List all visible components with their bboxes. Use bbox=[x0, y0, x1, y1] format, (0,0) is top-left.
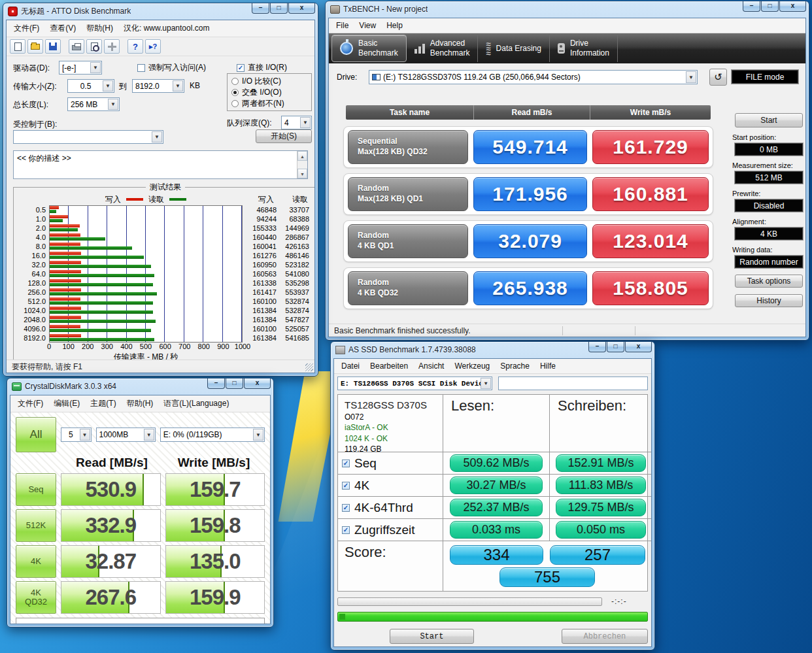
toolbar-help-button[interactable]: ? bbox=[127, 39, 143, 54]
start-button[interactable]: Start bbox=[390, 629, 474, 644]
start-button[interactable]: Start bbox=[735, 113, 803, 127]
force-write-checkbox[interactable]: 强制写入访问(A) bbox=[137, 62, 206, 73]
toolbar-pan-button[interactable] bbox=[104, 39, 120, 54]
checkbox-checked-icon[interactable]: ✓ bbox=[342, 526, 350, 534]
menu-item[interactable]: 文件(F) bbox=[13, 397, 48, 410]
refresh-button[interactable]: ↺ bbox=[709, 69, 727, 86]
checkbox-checked-icon[interactable]: ✓ bbox=[237, 64, 245, 72]
score-read-button[interactable]: 334 bbox=[450, 545, 543, 565]
task-name-button[interactable]: RandomMax(128 KB) QD1 bbox=[348, 177, 468, 211]
chevron-down-icon[interactable]: ▼ bbox=[481, 378, 491, 389]
resize-grip[interactable] bbox=[305, 363, 313, 371]
chevron-down-icon[interactable]: ▼ bbox=[103, 80, 113, 92]
maximize-button[interactable]: □ bbox=[270, 3, 288, 14]
io-mode-radio[interactable]: I/O 比较(C) bbox=[231, 76, 307, 87]
txbench-titlebar[interactable]: TxBENCH - New project –□x bbox=[326, 1, 809, 17]
toolbar-save-button[interactable] bbox=[45, 39, 61, 54]
transfer-to-combobox[interactable]: 8192.0▼ bbox=[132, 79, 184, 93]
cdm-titlebar[interactable]: CrystalDiskMark 3.0.3 x64 –□x bbox=[7, 378, 273, 394]
total-length-combobox[interactable]: 256 MB▼ bbox=[67, 97, 120, 111]
minimize-button[interactable]: – bbox=[252, 3, 269, 14]
chevron-down-icon[interactable]: ▼ bbox=[300, 117, 311, 128]
score-total-button[interactable]: 755 bbox=[499, 567, 595, 587]
io-mode-radio[interactable]: 交叠 I/O(O) bbox=[231, 87, 307, 98]
test-button-4k[interactable]: 4K bbox=[16, 545, 56, 578]
read-value-button[interactable]: 509.62 MB/s bbox=[450, 454, 543, 472]
toolbar-open-file-button[interactable] bbox=[27, 39, 43, 54]
menu-item[interactable]: Ansicht bbox=[414, 360, 448, 372]
start-button[interactable]: 开始(S) bbox=[256, 129, 312, 143]
checkbox-icon[interactable] bbox=[137, 64, 145, 72]
write-value-button[interactable]: 0.050 ms bbox=[556, 521, 645, 539]
file-mode-button[interactable]: FILE mode bbox=[732, 70, 798, 84]
maximize-button[interactable]: □ bbox=[226, 378, 243, 389]
controlled-by-combobox[interactable]: ▼ bbox=[13, 130, 163, 144]
empty-field[interactable] bbox=[498, 377, 648, 390]
menu-item[interactable]: 查看(V) bbox=[45, 22, 80, 35]
scroll-up-icon[interactable]: ▲ bbox=[297, 151, 307, 161]
task-options-button[interactable]: Task options bbox=[735, 275, 803, 288]
tab-data-erasing[interactable]: ≈≈≈Data Erasing bbox=[478, 35, 550, 62]
menu-item[interactable]: 主题(T) bbox=[86, 397, 120, 410]
io-mode-radio[interactable]: 两者都不(N) bbox=[231, 98, 307, 109]
radio-icon[interactable] bbox=[231, 89, 239, 96]
menu-item[interactable]: 编辑(E) bbox=[49, 397, 84, 410]
minimize-button[interactable]: – bbox=[743, 1, 760, 12]
chevron-down-icon[interactable]: ▼ bbox=[108, 99, 118, 110]
target-drive-combobox[interactable]: E: 0% (0/119GB)▼ bbox=[160, 427, 265, 442]
checkbox-checked-icon[interactable]: ✓ bbox=[342, 482, 350, 490]
tab-advanced[interactable]: AdvancedBenchmark bbox=[407, 35, 479, 62]
test-button-512k[interactable]: 512K bbox=[16, 509, 56, 542]
close-button[interactable]: x bbox=[779, 1, 806, 12]
read-value-button[interactable]: 30.27 MB/s bbox=[450, 477, 543, 494]
toolbar-new-file-button[interactable] bbox=[10, 39, 25, 54]
menu-item[interactable]: View bbox=[354, 20, 381, 31]
minimize-button[interactable]: – bbox=[588, 342, 606, 352]
drive-combobox[interactable]: E: TS128GSS D370S SCSI Disk Device▼ bbox=[337, 377, 492, 390]
test-count-combobox[interactable]: 5▼ bbox=[61, 427, 92, 442]
transfer-from-combobox[interactable]: 0.5▼ bbox=[67, 79, 114, 93]
menu-item[interactable]: Hilfe bbox=[535, 360, 560, 372]
test-button-seq[interactable]: Seq bbox=[16, 473, 56, 506]
scroll-down-icon[interactable]: ▼ bbox=[297, 169, 307, 178]
drive-combobox[interactable]: [-e-]▼ bbox=[59, 61, 102, 75]
all-test-button[interactable]: All bbox=[16, 417, 56, 452]
chevron-down-icon[interactable]: ▼ bbox=[173, 80, 183, 92]
write-value-button[interactable]: 152.91 MB/s bbox=[556, 454, 645, 472]
read-value-button[interactable]: 252.37 MB/s bbox=[450, 499, 543, 516]
menu-item[interactable]: 语言(L)(Language) bbox=[159, 397, 233, 410]
chevron-down-icon[interactable]: ▼ bbox=[152, 131, 162, 142]
menu-item[interactable]: 汉化: www.upantool.com bbox=[119, 22, 214, 35]
toolbar-print-button[interactable] bbox=[69, 39, 84, 54]
task-name-button[interactable]: SequentialMax(128 KB) QD32 bbox=[348, 130, 468, 164]
menu-item[interactable]: Werkzeug bbox=[450, 360, 494, 372]
radio-icon[interactable] bbox=[231, 78, 239, 85]
checkbox-checked-icon[interactable]: ✓ bbox=[342, 504, 350, 512]
menu-item[interactable]: Bearbeiten bbox=[365, 360, 413, 372]
score-write-button[interactable]: 257 bbox=[550, 545, 645, 565]
queue-depth-combobox[interactable]: 4▼ bbox=[281, 116, 312, 129]
read-value-button[interactable]: 0.033 ms bbox=[450, 521, 543, 539]
close-button[interactable]: x bbox=[625, 342, 652, 352]
cancel-button[interactable]: Abbrechen bbox=[562, 629, 648, 644]
menu-item[interactable]: 文件(F) bbox=[9, 22, 44, 35]
toolbar-print-preview-button[interactable] bbox=[86, 39, 102, 54]
tab-drive[interactable]: DriveInformation bbox=[550, 35, 618, 62]
drive-combobox[interactable]: (E:) TS128GSSD370S 119.24 GB (250,066,94… bbox=[369, 70, 698, 84]
menu-item[interactable]: 帮助(H) bbox=[82, 22, 118, 35]
menu-item[interactable]: Help bbox=[382, 20, 407, 31]
asssd-titlebar[interactable]: AS SSD Benchmark 1.7.4739.38088 –□x bbox=[331, 342, 654, 358]
menu-item[interactable]: Sprache bbox=[496, 360, 534, 372]
maximize-button[interactable]: □ bbox=[761, 1, 779, 12]
close-button[interactable]: x bbox=[244, 378, 271, 389]
test-size-combobox[interactable]: 1000MB▼ bbox=[96, 427, 156, 442]
maximize-button[interactable]: □ bbox=[607, 342, 624, 352]
description-textbox[interactable]: << 你的描述 >> ▲▼ bbox=[13, 150, 308, 179]
chevron-down-icon[interactable]: ▼ bbox=[144, 429, 154, 441]
tab-basic[interactable]: BasicBenchmark bbox=[331, 35, 407, 62]
test-button-4k[interactable]: 4KQD32 bbox=[16, 581, 56, 614]
chevron-down-icon[interactable]: ▼ bbox=[80, 429, 90, 441]
close-button[interactable]: x bbox=[288, 3, 315, 14]
chevron-down-icon[interactable]: ▼ bbox=[90, 62, 101, 73]
write-value-button[interactable]: 129.75 MB/s bbox=[556, 499, 645, 516]
